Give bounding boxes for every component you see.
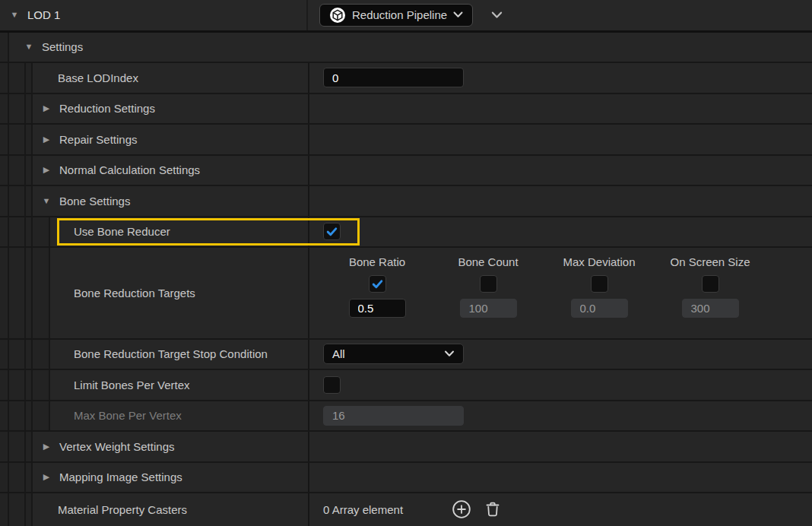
row-mapping-image-settings[interactable]: ▶ Mapping Image Settings	[0, 463, 812, 494]
indent-gutter	[0, 94, 9, 124]
indent-gutter	[26, 63, 33, 93]
indent-gutter	[33, 370, 50, 400]
indent-gutter	[9, 94, 26, 124]
delete-array-button[interactable]	[484, 500, 502, 518]
target-column-max-deviation: Max Deviation	[544, 255, 655, 318]
property-label: Bone Reduction Target Stop Condition	[74, 347, 268, 360]
column-header: Bone Ratio	[349, 255, 405, 271]
row-limit-bones-per-vertex: Limit Bones Per Vertex	[0, 370, 812, 401]
array-element-count: 0 Array element	[323, 503, 403, 516]
bone-count-checkbox[interactable]	[480, 275, 497, 293]
max-deviation-checkbox[interactable]	[591, 275, 608, 293]
row-repair-settings[interactable]: ▶ Repair Settings	[0, 125, 812, 156]
indent-gutter	[0, 186, 9, 216]
lod-details-panel: ▼ LOD 1 Reduction Pipeline	[0, 0, 812, 526]
expand-closed-icon[interactable]: ▶	[41, 135, 52, 144]
row-stop-condition: Bone Reduction Target Stop Condition All	[0, 340, 812, 371]
indent-gutter	[9, 248, 26, 338]
indent-gutter	[26, 186, 33, 216]
indent-gutter	[9, 186, 26, 216]
column-header: Bone Count	[458, 255, 518, 271]
bone-ratio-checkbox[interactable]	[369, 275, 386, 293]
indent-gutter	[9, 63, 26, 93]
indent-gutter	[0, 493, 9, 526]
indent-gutter	[9, 401, 26, 431]
lod-header-label-area: ▼ LOD 1	[0, 0, 306, 30]
category-label: Settings	[42, 40, 83, 53]
stop-condition-select[interactable]: All	[323, 344, 464, 364]
indent-gutter	[0, 432, 9, 461]
indent-gutter	[9, 432, 26, 461]
on-screen-size-input	[682, 299, 739, 318]
on-screen-size-checkbox[interactable]	[702, 275, 719, 293]
indent-gutter	[26, 94, 33, 124]
expand-open-icon[interactable]: ▼	[41, 197, 52, 205]
expand-open-icon[interactable]: ▼	[24, 43, 34, 51]
indent-gutter	[0, 63, 9, 93]
expand-closed-icon[interactable]: ▶	[41, 442, 52, 451]
indent-gutter	[9, 493, 26, 526]
expand-open-icon[interactable]: ▼	[9, 11, 20, 19]
category-label: Bone Settings	[59, 195, 130, 208]
row-settings-category[interactable]: ▼ Settings	[0, 33, 812, 64]
indent-gutter	[26, 156, 33, 185]
property-label: Limit Bones Per Vertex	[74, 379, 190, 391]
indent-gutter	[26, 340, 33, 369]
property-label: Max Bone Per Vertex	[74, 409, 182, 422]
target-column-bone-count: Bone Count	[433, 255, 544, 318]
header-chevron-down-icon[interactable]	[491, 11, 503, 19]
chevron-down-icon	[453, 11, 463, 18]
cube-icon	[329, 7, 346, 24]
row-vertex-weight-settings[interactable]: ▶ Vertex Weight Settings	[0, 432, 812, 463]
indent-gutter	[26, 463, 33, 493]
row-bone-reduction-targets: Bone Reduction Targets Bone Ratio Bone C…	[0, 248, 812, 340]
column-header: On Screen Size	[670, 255, 750, 271]
property-label: Material Property Casters	[58, 503, 187, 516]
indent-gutter	[0, 401, 9, 431]
property-label: Base LODIndex	[58, 71, 138, 84]
limit-bones-per-vertex-checkbox[interactable]	[323, 376, 341, 394]
base-lod-index-input[interactable]	[323, 68, 464, 87]
indent-gutter	[0, 340, 9, 369]
property-label: Bone Reduction Targets	[74, 287, 195, 299]
row-max-bone-per-vertex: Max Bone Per Vertex	[0, 401, 812, 433]
category-label: Normal Calculation Settings	[59, 163, 200, 176]
plus-circle-icon	[452, 499, 471, 519]
indent-gutter	[26, 125, 33, 154]
target-column-on-screen-size: On Screen Size	[655, 255, 766, 318]
indent-gutter	[9, 156, 26, 185]
chevron-down-icon	[444, 350, 455, 357]
indent-gutter	[9, 370, 26, 400]
indent-gutter	[0, 217, 9, 247]
indent-gutter	[26, 401, 33, 431]
use-bone-reducer-checkbox[interactable]	[323, 223, 341, 240]
reduction-pipeline-dropdown[interactable]: Reduction Pipeline	[319, 4, 473, 27]
indent-gutter	[33, 401, 50, 431]
row-normal-calculation-settings[interactable]: ▶ Normal Calculation Settings	[0, 156, 812, 187]
expand-closed-icon[interactable]: ▶	[41, 166, 52, 174]
indent-gutter	[9, 217, 26, 247]
category-label: Reduction Settings	[59, 102, 155, 115]
indent-gutter	[0, 156, 9, 185]
row-bone-settings[interactable]: ▼ Bone Settings	[0, 186, 812, 217]
indent-gutter	[9, 125, 26, 154]
indent-gutter	[33, 340, 50, 369]
indent-gutter	[26, 248, 33, 338]
indent-gutter	[9, 340, 26, 369]
pipeline-button-label: Reduction Pipeline	[352, 8, 447, 21]
expand-closed-icon[interactable]: ▶	[41, 473, 52, 481]
max-bone-per-vertex-input	[323, 406, 464, 426]
row-reduction-settings[interactable]: ▶ Reduction Settings	[0, 94, 812, 125]
indent-gutter	[26, 493, 33, 526]
bone-ratio-input[interactable]	[349, 299, 406, 318]
max-deviation-input	[571, 299, 628, 318]
add-array-element-button[interactable]	[452, 499, 471, 519]
indent-gutter	[0, 248, 9, 338]
lod-header-row[interactable]: ▼ LOD 1 Reduction Pipeline	[0, 0, 812, 33]
category-label: Repair Settings	[59, 133, 138, 146]
target-column-bone-ratio: Bone Ratio	[322, 255, 433, 318]
indent-gutter	[26, 432, 33, 461]
lod-title: LOD 1	[27, 8, 60, 21]
expand-closed-icon[interactable]: ▶	[41, 104, 52, 112]
indent-gutter	[33, 248, 50, 338]
